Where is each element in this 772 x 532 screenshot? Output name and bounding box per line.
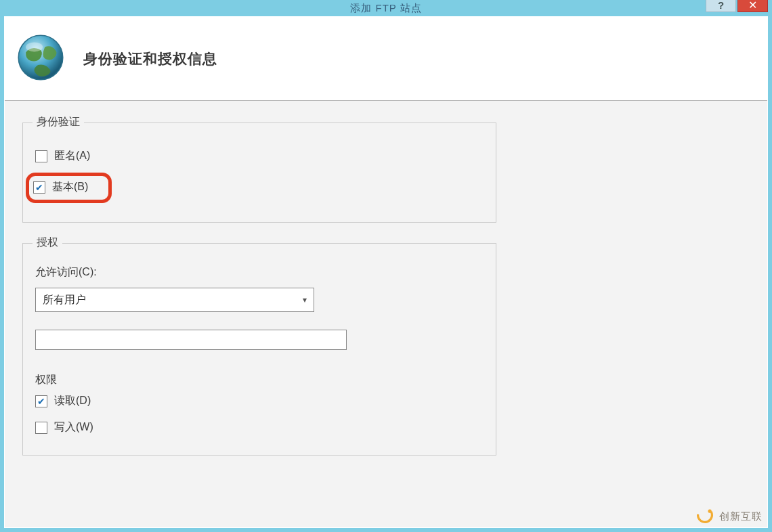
- dropdown-selected-value: 所有用户: [43, 293, 86, 307]
- anonymous-checkbox-row[interactable]: 匿名(A): [35, 149, 484, 163]
- chevron-down-icon: ▾: [303, 295, 307, 305]
- help-button[interactable]: ?: [706, 0, 736, 12]
- window-title: 添加 FTP 站点: [350, 2, 421, 15]
- window-body: 身份验证和授权信息 身份验证 匿名(A) 基本(B) 授权 允许访问(C):: [4, 16, 768, 528]
- authentication-legend: 身份验证: [33, 115, 84, 129]
- svg-point-3: [708, 510, 712, 513]
- globe-icon: [14, 31, 67, 87]
- read-label: 读取(D): [54, 394, 91, 408]
- authentication-group: 身份验证 匿名(A) 基本(B): [22, 123, 496, 223]
- basic-checkbox[interactable]: [33, 181, 45, 194]
- dialog-window: 添加 FTP 站点 ? ✕: [0, 0, 772, 532]
- read-checkbox[interactable]: [35, 395, 47, 407]
- write-checkbox-row[interactable]: 写入(W): [35, 420, 484, 435]
- write-label: 写入(W): [54, 420, 93, 435]
- help-icon: ?: [718, 0, 724, 11]
- allow-access-text-input[interactable]: [35, 330, 347, 350]
- anonymous-checkbox[interactable]: [35, 150, 47, 162]
- watermark-logo-icon: [696, 506, 714, 527]
- read-checkbox-row[interactable]: 读取(D): [35, 394, 484, 408]
- basic-label: 基本(B): [52, 180, 88, 194]
- close-button[interactable]: ✕: [737, 0, 768, 12]
- close-icon: ✕: [748, 0, 757, 12]
- wizard-header: 身份验证和授权信息: [5, 17, 767, 101]
- page-title: 身份验证和授权信息: [83, 49, 217, 68]
- authorization-legend: 授权: [33, 236, 62, 250]
- watermark: 创新互联: [696, 506, 763, 527]
- permissions-label: 权限: [35, 373, 484, 387]
- write-checkbox[interactable]: [35, 422, 47, 434]
- watermark-text: 创新互联: [719, 510, 763, 523]
- content-area: 身份验证 匿名(A) 基本(B) 授权 允许访问(C): 所有用户 ▾: [5, 101, 767, 527]
- anonymous-label: 匿名(A): [54, 149, 90, 163]
- svg-point-2: [696, 506, 714, 524]
- allow-access-dropdown[interactable]: 所有用户 ▾: [35, 288, 314, 312]
- basic-highlight-annotation: 基本(B): [26, 173, 112, 203]
- authorization-group: 授权 允许访问(C): 所有用户 ▾ 权限 读取(D) 写入(W): [22, 243, 496, 456]
- titlebar-controls: ? ✕: [706, 0, 768, 12]
- titlebar: 添加 FTP 站点 ? ✕: [0, 0, 772, 16]
- allow-access-label: 允许访问(C):: [35, 265, 484, 280]
- svg-point-1: [26, 42, 43, 51]
